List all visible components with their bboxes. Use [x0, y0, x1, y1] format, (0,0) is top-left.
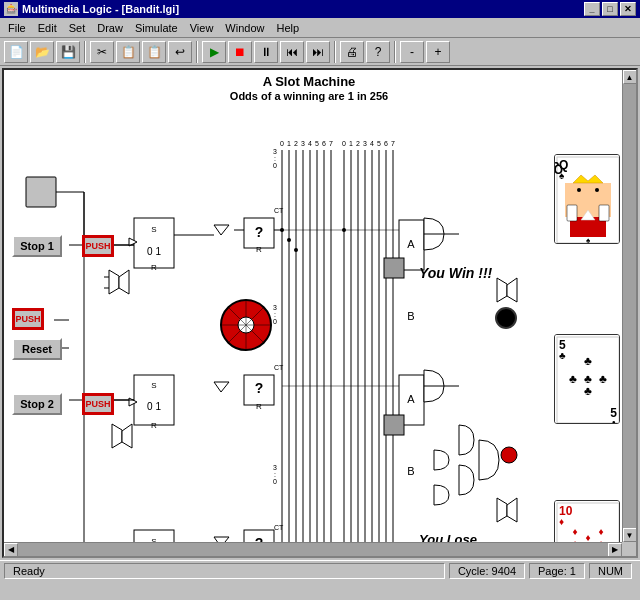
svg-point-88: [287, 238, 291, 242]
svg-rect-72: [384, 415, 404, 435]
reset-button[interactable]: Reset: [12, 338, 62, 360]
tb-sep4: [394, 41, 396, 63]
push1-button[interactable]: PUSH: [82, 235, 114, 257]
svg-text:R: R: [151, 421, 157, 430]
svg-text:♣: ♣: [610, 418, 617, 424]
svg-text:B: B: [407, 465, 414, 477]
svg-marker-16: [214, 382, 229, 392]
svg-marker-76: [497, 498, 507, 522]
tb-zoom-in[interactable]: +: [426, 41, 450, 63]
svg-text:1: 1: [349, 140, 353, 147]
svg-text:R: R: [256, 245, 262, 254]
svg-marker-21: [112, 424, 122, 448]
tb-undo[interactable]: ↩: [168, 41, 192, 63]
menu-view[interactable]: View: [184, 20, 220, 36]
svg-rect-129: [599, 205, 609, 221]
menu-set[interactable]: Set: [63, 20, 92, 36]
tb-copy[interactable]: 📋: [116, 41, 140, 63]
scroll-down-button[interactable]: ▼: [623, 528, 637, 542]
svg-point-124: [577, 188, 581, 192]
svg-text:CT: CT: [274, 207, 284, 214]
stop1-button[interactable]: Stop 1: [12, 235, 62, 257]
svg-point-89: [294, 248, 298, 252]
svg-text:♦: ♦: [598, 526, 603, 537]
close-button[interactable]: ✕: [620, 2, 636, 16]
tb-cut[interactable]: ✂: [90, 41, 114, 63]
status-bar: Ready Cycle: 9404 Page: 1 NUM: [0, 560, 640, 580]
svg-text:CT: CT: [274, 524, 284, 531]
svg-text:♣: ♣: [584, 372, 592, 386]
svg-text:0 1: 0 1: [147, 246, 161, 257]
tb-help[interactable]: ?: [366, 41, 390, 63]
menu-simulate[interactable]: Simulate: [129, 20, 184, 36]
tb-print[interactable]: 🖨: [340, 41, 364, 63]
scroll-track-v[interactable]: [623, 84, 637, 528]
tb-pause[interactable]: ⏸: [254, 41, 278, 63]
title-bar: 🎰 Multimedia Logic - [Bandit.lgi] _ □ ✕: [0, 0, 640, 18]
tb-open[interactable]: 📂: [30, 41, 54, 63]
svg-text:4: 4: [370, 140, 374, 147]
svg-text:♦: ♦: [559, 516, 564, 527]
svg-text::: :: [274, 311, 276, 318]
menu-help[interactable]: Help: [270, 20, 305, 36]
scroll-right-button[interactable]: ▶: [608, 543, 622, 557]
app-icon: 🎰: [4, 2, 18, 16]
circuit-svg: A Slot Machine Odds of a winning are 1 i…: [4, 70, 614, 542]
toolbar: 📄 📂 💾 ✂ 📋 📋 ↩ ▶ ⏹ ⏸ ⏮ ⏭ 🖨 ? - +: [0, 38, 640, 66]
stop2-button[interactable]: Stop 2: [12, 393, 62, 415]
main-area: A Slot Machine Odds of a winning are 1 i…: [2, 68, 638, 558]
svg-text:0: 0: [280, 140, 284, 147]
tb-rewind[interactable]: ⏮: [280, 41, 304, 63]
svg-text:A: A: [407, 393, 415, 405]
menu-file[interactable]: File: [2, 20, 32, 36]
svg-text::: :: [274, 155, 276, 162]
card-10diamonds: 10 ♦ ♦ ♦ ♦ ♦ ♦ ♦ ♦ ♦ ♦ ♦ 10 ♦: [554, 500, 620, 542]
menu-draw[interactable]: Draw: [91, 20, 129, 36]
tb-save[interactable]: 💾: [56, 41, 80, 63]
svg-text:♣: ♣: [559, 350, 566, 361]
tb-paste[interactable]: 📋: [142, 41, 166, 63]
status-page: Page: 1: [529, 563, 585, 579]
tb-sep3: [334, 41, 336, 63]
menu-window[interactable]: Window: [219, 20, 270, 36]
svg-text:Q: Q: [555, 162, 563, 176]
tb-stop[interactable]: ⏹: [228, 41, 252, 63]
title-text: Multimedia Logic - [Bandit.lgi]: [22, 3, 584, 15]
svg-marker-9: [119, 270, 129, 294]
slot-disk-svg: [219, 298, 274, 353]
svg-text:R: R: [151, 263, 157, 272]
maximize-button[interactable]: □: [602, 2, 618, 16]
menu-edit[interactable]: Edit: [32, 20, 63, 36]
svg-point-73: [501, 447, 517, 463]
svg-text:?: ?: [255, 535, 264, 542]
svg-point-78: [496, 308, 516, 328]
scroll-up-button[interactable]: ▲: [623, 70, 637, 84]
svg-text:?: ?: [255, 380, 264, 396]
tb-zoom-out[interactable]: -: [400, 41, 424, 63]
svg-rect-94: [26, 177, 56, 207]
scroll-track-h[interactable]: [18, 543, 608, 557]
svg-text:5: 5: [377, 140, 381, 147]
svg-text:3: 3: [301, 140, 305, 147]
svg-text:B: B: [407, 310, 414, 322]
svg-rect-128: [567, 205, 577, 221]
tb-forward[interactable]: ⏭: [306, 41, 330, 63]
svg-text:7: 7: [329, 140, 333, 147]
push-left-button[interactable]: PUSH: [12, 308, 44, 330]
menu-bar: File Edit Set Draw Simulate View Window …: [0, 18, 640, 38]
canvas-subtitle: Odds of a winning are 1 in 256: [230, 90, 388, 102]
scrollbar-vertical: ▲ ▼: [622, 70, 636, 542]
title-bar-buttons: _ □ ✕: [584, 2, 636, 16]
svg-text::: :: [274, 471, 276, 478]
minimize-button[interactable]: _: [584, 2, 600, 16]
svg-text:6: 6: [384, 140, 388, 147]
scroll-left-button[interactable]: ◀: [4, 543, 18, 557]
svg-text:0: 0: [273, 478, 277, 485]
card-5clubs-svg: 5 ♣ ♣ ♣ ♣ ♣ ♣ 5 ♣: [555, 335, 620, 424]
svg-text:3: 3: [273, 464, 277, 471]
svg-text:S: S: [151, 225, 156, 234]
push2-button[interactable]: PUSH: [82, 393, 114, 415]
tb-new[interactable]: 📄: [4, 41, 28, 63]
svg-marker-74: [497, 278, 507, 302]
tb-play[interactable]: ▶: [202, 41, 226, 63]
